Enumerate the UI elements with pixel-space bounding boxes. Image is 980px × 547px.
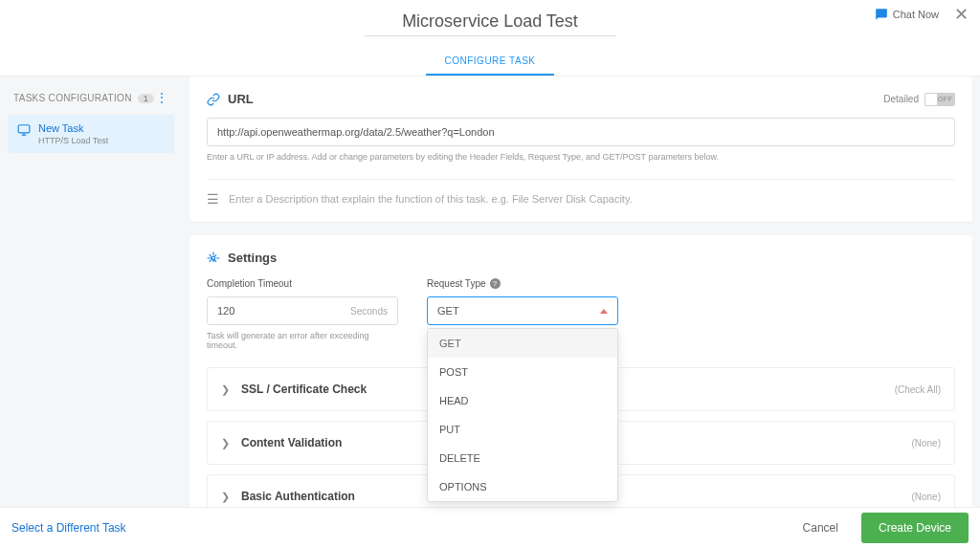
section-badge: (None) (911, 438, 941, 449)
divider (207, 179, 955, 180)
task-card-subtitle: HTTP/S Load Test (38, 136, 108, 145)
description-input[interactable] (229, 193, 955, 205)
chat-now-button[interactable]: Chat Now (875, 8, 939, 21)
chevron-right-icon: ❯ (221, 491, 230, 503)
timeout-input[interactable] (208, 297, 341, 324)
header: Microservice Load Test CONFIGURE TASK (0, 0, 980, 77)
url-input[interactable] (207, 118, 955, 146)
task-count-badge: 1 (138, 94, 154, 103)
dropdown-option-post[interactable]: POST (428, 358, 617, 386)
timeout-label: Completion Timeout (207, 278, 398, 289)
create-device-button[interactable]: Create Device (861, 513, 969, 543)
chevron-right-icon: ❯ (221, 437, 230, 449)
cancel-button[interactable]: Cancel (790, 514, 852, 542)
dropdown-option-get[interactable]: GET (428, 329, 617, 358)
tab-configure-task[interactable]: CONFIGURE TASK (426, 48, 555, 76)
chat-now-label: Chat Now (893, 9, 939, 20)
task-card-title: New Task (38, 122, 108, 134)
settings-panel: Settings Completion Timeout Seconds Task… (189, 235, 972, 547)
page-title: Microservice Load Test (364, 11, 616, 36)
caret-up-icon (600, 309, 608, 314)
url-panel: URL Detailed OFF Enter a URL or IP addre… (189, 77, 972, 222)
main-content: URL Detailed OFF Enter a URL or IP addre… (182, 77, 980, 547)
dropdown-option-delete[interactable]: DELETE (428, 444, 617, 472)
notes-icon: ☰ (207, 191, 219, 207)
dropdown-option-options[interactable]: OPTIONS (428, 472, 617, 501)
chevron-right-icon: ❯ (221, 383, 230, 396)
timeout-unit: Seconds (341, 306, 397, 317)
close-button[interactable]: ✕ (954, 4, 969, 25)
request-type-select[interactable]: GET (427, 296, 618, 325)
detailed-toggle[interactable]: OFF (924, 93, 955, 106)
detailed-label: Detailed (883, 94, 919, 104)
link-icon (207, 93, 220, 106)
dropdown-option-head[interactable]: HEAD (428, 386, 617, 415)
select-different-task-link[interactable]: Select a Different Task (11, 521, 126, 535)
request-type-label: Request Type (427, 278, 486, 289)
task-card[interactable]: New Task HTTP/S Load Test (8, 115, 174, 153)
sidebar-heading: TASKS CONFIGURATION 1 (13, 93, 154, 103)
url-hint: Enter a URL or IP address. Add or change… (207, 152, 955, 162)
settings-title: Settings (228, 251, 277, 265)
section-badge: (Check All) (895, 384, 941, 395)
monitor-icon (17, 123, 31, 137)
gear-icon (207, 252, 220, 265)
timeout-hint: Task will generate an error after exceed… (207, 331, 398, 350)
sidebar: TASKS CONFIGURATION 1 ⋮ New Task HTTP/S … (0, 77, 182, 547)
dropdown-option-put[interactable]: PUT (428, 415, 617, 444)
url-title: URL (228, 92, 254, 106)
sidebar-menu-button[interactable]: ⋮ (155, 90, 168, 105)
request-type-dropdown: GET POST HEAD PUT DELETE OPTIONS (427, 328, 618, 502)
section-badge: (None) (911, 492, 941, 502)
svg-rect-0 (18, 125, 30, 133)
chat-icon (875, 8, 888, 21)
footer: Select a Different Task Cancel Create De… (0, 507, 980, 547)
help-icon[interactable]: ? (490, 278, 501, 289)
